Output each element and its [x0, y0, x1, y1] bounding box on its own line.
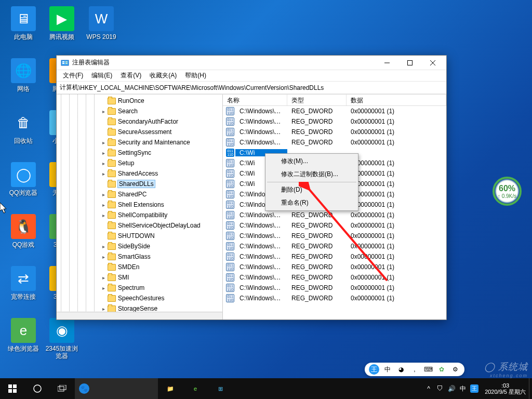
value-row[interactable]: 011110C:\Windows\sy...REG_DWORD0x0000000…: [223, 293, 446, 303]
ime-settings[interactable]: ⚙: [450, 364, 460, 375]
ime-skin[interactable]: ✿: [436, 364, 447, 375]
minimize-button[interactable]: [376, 56, 398, 70]
dword-icon: 011110: [226, 117, 234, 126]
tree-item[interactable]: ShellServiceObjectDelayLoad: [57, 220, 222, 231]
perf-badge[interactable]: 60% ↑ 0.9K/s: [493, 177, 522, 206]
tray-volume-icon[interactable]: 🔊: [447, 384, 456, 393]
desktop-icon[interactable]: ⇄宽带连接: [5, 266, 42, 300]
task-folder[interactable]: 📁: [158, 378, 183, 399]
tree-item[interactable]: SecureAssessment: [57, 127, 222, 137]
ime-mode[interactable]: ◕: [396, 364, 406, 375]
tray-ime[interactable]: 中: [459, 384, 467, 393]
address-bar[interactable]: 计算机\HKEY_LOCAL_MACHINE\SOFTWARE\Microsof…: [57, 82, 446, 94]
ctx-delete[interactable]: 删除(D): [267, 183, 357, 196]
desktop-icon[interactable]: 🖥此电脑: [5, 6, 42, 41]
ime-bar[interactable]: 王 中 ◕ , ⌨ ✿ ⚙: [365, 363, 464, 376]
ime-punct[interactable]: ,: [409, 364, 420, 375]
tree-pane[interactable]: RunOnce▸SearchSecondaryAuthFactorSecureA…: [57, 95, 223, 320]
value-row[interactable]: 011110C:\Windows\sy...REG_DWORD0x0000000…: [223, 220, 446, 231]
value-row[interactable]: 011110C:\Windows\sy...REG_DWORD0x0000000…: [223, 137, 446, 148]
tray-app[interactable]: 王: [470, 384, 478, 393]
ime-logo[interactable]: 王: [369, 364, 379, 375]
menu-help[interactable]: 帮助(H): [181, 70, 210, 81]
desktop-icon[interactable]: e绿色浏览器: [5, 318, 42, 352]
dword-icon: 011110: [226, 221, 234, 230]
desktop-icon[interactable]: ◯QQ浏览器: [5, 162, 42, 196]
tray-network-icon[interactable]: ⛉: [436, 384, 444, 393]
ime-kbd[interactable]: ⌨: [423, 364, 433, 375]
titlebar[interactable]: 注册表编辑器: [57, 56, 446, 70]
tree-item[interactable]: ▸Setup: [57, 158, 222, 168]
ctx-rename[interactable]: 重命名(R): [267, 196, 357, 209]
ime-lang[interactable]: 中: [382, 364, 393, 375]
tray-overflow[interactable]: ^: [424, 384, 433, 393]
tree-item[interactable]: RunOnce: [57, 96, 222, 106]
desktop-icon[interactable]: ◉2345加速浏览器: [44, 318, 80, 360]
value-row[interactable]: 011110C:\Windows\sy...REG_DWORD0x0000000…: [223, 262, 446, 272]
ctx-modify[interactable]: 修改(M)...: [267, 155, 357, 168]
tree-item[interactable]: ▸Spectrum: [57, 283, 222, 293]
taskbar-clock[interactable]: :03 2020/9/5 星期六: [482, 382, 529, 395]
tree-item[interactable]: ▸SharedPC: [57, 189, 222, 200]
close-button[interactable]: [421, 56, 444, 70]
svg-rect-10: [8, 384, 12, 388]
tree-item[interactable]: ▸Security and Maintenance: [57, 137, 222, 148]
tree-item[interactable]: SecondaryAuthFactor: [57, 116, 222, 127]
search-box[interactable]: 🐾: [75, 378, 158, 399]
value-row[interactable]: 011110C:\Windows\sy...REG_DWORD0x0000000…: [223, 241, 446, 251]
col-type[interactable]: 类型: [287, 95, 347, 105]
value-row[interactable]: 011110C:\Windows\sy...REG_DWORD0x0000000…: [223, 283, 446, 293]
tree-item[interactable]: ▸SettingSync: [57, 148, 222, 158]
col-name[interactable]: 名称: [223, 95, 287, 105]
tree-item[interactable]: ▸StorageSense: [57, 303, 222, 314]
task-browser[interactable]: e: [183, 378, 208, 399]
dword-icon: 011110: [226, 284, 234, 292]
value-row[interactable]: 011110C:\Windows\sy...REG_DWORD0x0000000…: [223, 272, 446, 283]
tree-item[interactable]: SpeechGestures: [57, 293, 222, 303]
ctx-modify-binary[interactable]: 修改二进制数据(B)...: [267, 168, 357, 181]
tree-item[interactable]: ▸SmartGlass: [57, 251, 222, 262]
desktop-icon[interactable]: 🌐网络: [5, 58, 42, 92]
value-row[interactable]: 011110C:\Windows\sy...REG_DWORD0x0000000…: [223, 231, 446, 241]
folder-icon: [108, 98, 116, 104]
dword-icon: 011110: [226, 149, 234, 157]
tree-item[interactable]: SharedDLLs: [57, 179, 222, 189]
menu-file[interactable]: 文件(F): [59, 70, 87, 81]
list-header[interactable]: 名称 类型 数据: [223, 95, 446, 106]
tree-item[interactable]: ▸Search: [57, 106, 222, 116]
col-data[interactable]: 数据: [347, 95, 446, 105]
tree-item[interactable]: ▸SMI: [57, 272, 222, 283]
value-row[interactable]: 011110C:\Windows\sy...REG_DWORD0x0000000…: [223, 127, 446, 137]
dword-icon: 011110: [226, 159, 234, 167]
menu-favorites[interactable]: 收藏夹(A): [145, 70, 181, 81]
tree-item[interactable]: SMDEn: [57, 262, 222, 272]
desktop-icon[interactable]: ▶腾讯视频: [44, 6, 80, 41]
regedit-window: 注册表编辑器 文件(F) 编辑(E) 查看(V) 收藏夹(A) 帮助(H) 计算…: [56, 55, 447, 320]
perf-percent: 60%: [499, 184, 515, 193]
tree-item[interactable]: ▸ShellCompatibility: [57, 210, 222, 220]
menu-view[interactable]: 查看(V): [116, 70, 145, 81]
start-button[interactable]: [0, 378, 25, 399]
maximize-button[interactable]: [398, 56, 421, 70]
cortana-button[interactable]: [25, 378, 50, 399]
value-row[interactable]: 011110C:\Windows\sy...REG_DWORD0x0000000…: [223, 116, 446, 127]
show-desktop[interactable]: [529, 378, 532, 399]
value-row[interactable]: 011110C:\Windows\sy...REG_DWORD0x0000000…: [223, 210, 446, 220]
taskview-button[interactable]: [50, 378, 75, 399]
svg-rect-4: [65, 63, 68, 64]
dword-icon: 011110: [226, 138, 234, 147]
tree-item[interactable]: ▸Shell Extensions: [57, 200, 222, 210]
tree-item[interactable]: ▸SideBySide: [57, 241, 222, 251]
task-store[interactable]: ⊞: [208, 378, 233, 399]
tree-item[interactable]: SHUTDOWN: [57, 231, 222, 241]
folder-icon: [108, 212, 116, 219]
desktop-icon[interactable]: 🐧QQ游戏: [5, 214, 42, 248]
menu-edit[interactable]: 编辑(E): [87, 70, 116, 81]
tree-item[interactable]: ▸SharedAccess: [57, 168, 222, 179]
dword-icon: 011110: [226, 294, 234, 302]
svg-rect-15: [58, 387, 64, 391]
value-row[interactable]: 011110C:\Windows\sy...REG_DWORD0x0000000…: [223, 251, 446, 262]
value-row[interactable]: 011110C:\Windows\sy...REG_DWORD0x0000000…: [223, 106, 446, 116]
desktop-icon[interactable]: 🗑回收站: [5, 110, 42, 144]
desktop-icon[interactable]: WWPS 2019: [83, 6, 119, 41]
